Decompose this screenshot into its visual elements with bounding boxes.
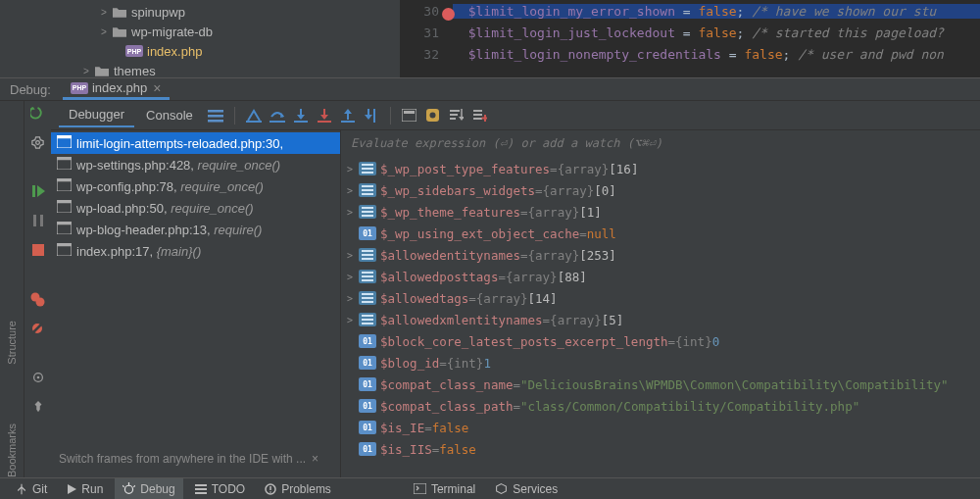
watch-input[interactable]: Evaluate expression (⏎) or add a watch (…: [341, 130, 980, 156]
variable-row[interactable]: 01$compat_class_name = "DeliciousBrains\…: [341, 374, 980, 395]
chevron-icon[interactable]: >: [347, 293, 359, 304]
chevron-icon[interactable]: >: [347, 272, 359, 282]
close-icon[interactable]: ×: [153, 80, 161, 96]
var-value: "DeliciousBrains\WPMDB\Common\Compatibil…: [520, 377, 949, 392]
debug-tool-button[interactable]: Debug: [115, 478, 182, 499]
line-number[interactable]: 30: [400, 4, 453, 19]
settings-icon[interactable]: [30, 134, 46, 150]
frames-panel[interactable]: limit-login-attempts-reloaded.php:30,wp-…: [51, 130, 340, 477]
svg-rect-38: [57, 135, 72, 138]
close-hint-icon[interactable]: ×: [312, 452, 318, 466]
var-name: $compat_class_name: [380, 377, 513, 392]
sort-icon[interactable]: [446, 105, 467, 126]
debug-config-tab[interactable]: PHP index.php ×: [63, 78, 170, 100]
step-into-icon[interactable]: [290, 105, 312, 126]
variables-panel[interactable]: Evaluate expression (⏎) or add a watch (…: [340, 130, 980, 477]
tree-item[interactable]: >themes: [0, 61, 400, 77]
variable-row[interactable]: >$_wp_theme_features = {array} [1]: [341, 201, 980, 223]
stack-frame[interactable]: index.php:17, {main}(): [51, 240, 340, 262]
variable-row[interactable]: >$allowedtags = {array} [14]: [341, 287, 980, 309]
chevron-icon[interactable]: >: [98, 7, 110, 18]
breakpoint-icon[interactable]: [442, 8, 455, 21]
tree-item[interactable]: PHPindex.php: [0, 41, 400, 61]
variable-row[interactable]: 01$is_IIS = false: [341, 438, 980, 460]
chevron-icon[interactable]: >: [347, 207, 359, 218]
stack-frame[interactable]: wp-blog-header.php:13, require(): [51, 219, 340, 240]
variable-row[interactable]: >$allowedentitynames = {array} [253]: [341, 244, 980, 266]
variable-row[interactable]: 01$_wp_using_ext_object_cache = null: [341, 223, 980, 244]
show-execution-point-icon[interactable]: [243, 105, 265, 126]
tab-console[interactable]: Console: [136, 104, 203, 126]
run-to-cursor-icon[interactable]: [361, 105, 382, 126]
variable-row[interactable]: >$allowedposttags = {array} [88]: [341, 266, 980, 287]
stack-frame[interactable]: wp-load.php:50, require_once(): [51, 197, 340, 219]
evaluate-expression-icon[interactable]: [399, 105, 420, 126]
project-tree[interactable]: >spinupwp>wp-migrate-dbPHPindex.php>them…: [0, 0, 400, 77]
var-type: {int}: [447, 356, 484, 371]
tree-item[interactable]: >wp-migrate-db: [0, 22, 400, 41]
step-over-icon[interactable]: [267, 105, 288, 126]
chevron-icon[interactable]: >: [80, 66, 92, 76]
stack-frame[interactable]: limit-login-attempts-reloaded.php:30,: [51, 132, 340, 154]
services-tool-button[interactable]: Services: [487, 478, 565, 499]
var-name: $allowedxmlentitynames: [380, 313, 543, 327]
code-line[interactable]: 30 $limit_login_my_error_shown = false; …: [400, 0, 980, 22]
svg-rect-56: [362, 211, 373, 213]
chevron-icon[interactable]: [347, 401, 359, 412]
trace-icon[interactable]: [422, 105, 444, 126]
bookmarks-tool-button[interactable]: Bookmarks: [6, 424, 18, 477]
gear-icon[interactable]: [30, 370, 46, 385]
chevron-icon[interactable]: >: [347, 164, 359, 175]
debugger-toolbar: Debugger Console: [51, 101, 980, 130]
editor[interactable]: 30 $limit_login_my_error_shown = false; …: [400, 0, 980, 77]
chevron-icon[interactable]: [347, 423, 359, 433]
pause-icon[interactable]: [30, 213, 46, 228]
chevron-icon[interactable]: [347, 444, 359, 455]
structure-tool-button[interactable]: Structure: [6, 321, 18, 365]
resume-icon[interactable]: [30, 183, 46, 199]
code-line[interactable]: 31 $limit_login_just_lockedout = false; …: [400, 22, 980, 43]
chevron-icon[interactable]: >: [347, 250, 359, 261]
line-number[interactable]: 32: [400, 47, 453, 62]
stack-frame[interactable]: wp-config.php:78, require_once(): [51, 175, 340, 197]
force-step-into-icon[interactable]: [314, 105, 335, 126]
svg-rect-67: [362, 315, 373, 317]
variable-row[interactable]: 01$is_IE = false: [341, 417, 980, 438]
debug-action-rail: [24, 101, 51, 477]
variable-row[interactable]: >$allowedxmlentitynames = {array} [5]: [341, 309, 980, 330]
code-line[interactable]: 32 $limit_login_nonempty_credentials = f…: [400, 43, 980, 65]
step-out-icon[interactable]: [337, 105, 359, 126]
variable-row[interactable]: >$_wp_post_type_features = {array} [16]: [341, 158, 980, 179]
stack-frame[interactable]: wp-settings.php:428, require_once(): [51, 154, 340, 175]
todo-tool-button[interactable]: TODO: [187, 478, 253, 499]
svg-rect-60: [362, 258, 373, 260]
run-tool-button[interactable]: Run: [59, 478, 111, 499]
variable-row[interactable]: 01$blog_id = {int} 1: [341, 352, 980, 374]
chevron-icon[interactable]: [347, 358, 359, 369]
problems-tool-button[interactable]: Problems: [257, 478, 339, 499]
threads-icon[interactable]: [205, 105, 226, 126]
view-breakpoints-icon[interactable]: [30, 291, 46, 307]
chevron-icon[interactable]: [347, 379, 359, 390]
variable-row[interactable]: >$_wp_sidebars_widgets = {array} [0]: [341, 179, 980, 201]
stop-icon[interactable]: [30, 242, 46, 258]
chevron-icon[interactable]: [347, 336, 359, 347]
svg-rect-1: [32, 185, 35, 197]
variable-row[interactable]: 01$compat_class_path = "class/Common/Com…: [341, 395, 980, 417]
chevron-icon[interactable]: >: [347, 315, 359, 325]
pin-icon[interactable]: [30, 399, 46, 415]
tree-item[interactable]: >spinupwp: [0, 2, 400, 22]
line-number[interactable]: 31: [400, 25, 453, 40]
terminal-tool-button[interactable]: Terminal: [406, 478, 483, 499]
svg-point-6: [36, 297, 45, 306]
variable-row[interactable]: 01$block_core_latest_posts_excerpt_lengt…: [341, 330, 980, 352]
add-watch-icon[interactable]: [469, 105, 491, 126]
rerun-icon[interactable]: [30, 105, 46, 121]
array-badge-icon: [359, 205, 376, 219]
chevron-icon[interactable]: >: [347, 185, 359, 196]
git-tool-button[interactable]: Git: [8, 478, 55, 499]
chevron-icon[interactable]: >: [98, 26, 110, 37]
chevron-icon[interactable]: [347, 228, 359, 239]
tab-debugger[interactable]: Debugger: [59, 103, 134, 127]
mute-breakpoints-icon[interactable]: [30, 321, 46, 336]
